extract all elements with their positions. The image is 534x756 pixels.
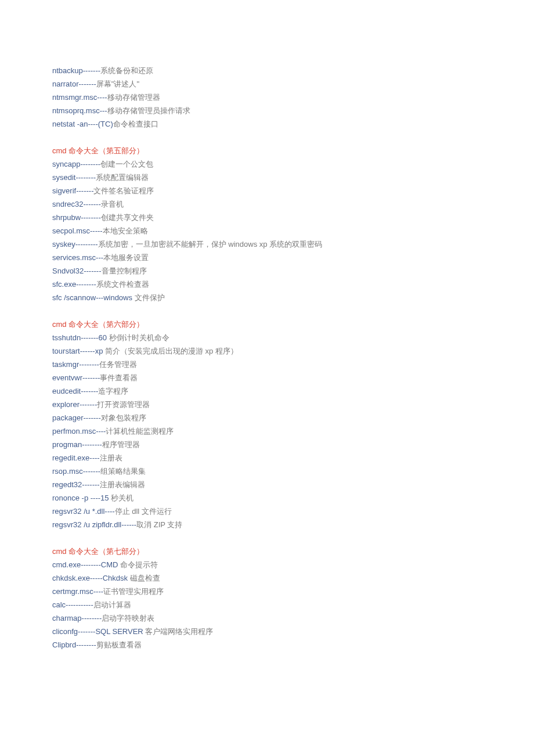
command-description: 简介（安装完成后出现的漫游 xp 程序） xyxy=(105,347,238,355)
command-text: shrpubw-------- xyxy=(52,213,101,222)
section-6: tsshutdn-------60 秒倒计时关机命令tourstart-----… xyxy=(52,331,482,531)
command-text: secpol.msc----- xyxy=(52,226,103,235)
command-text: regsvr32 /u zipfldr.dll------ xyxy=(52,520,136,529)
command-text: eventvwr------- xyxy=(52,373,100,382)
command-text: sfc /scannow---windows xyxy=(52,293,135,302)
command-text: ntbackup------- xyxy=(52,66,100,75)
command-line: certmgr.msc----证书管理实用程序 xyxy=(52,585,482,598)
command-line: services.msc---本地服务设置 xyxy=(52,251,482,264)
command-description: 程序管理器 xyxy=(102,440,140,449)
command-description: 系统文件检查器 xyxy=(96,280,149,289)
command-text: sigverif------- xyxy=(52,186,93,195)
command-description: 系统备份和还原 xyxy=(100,66,153,75)
command-text: ntmsmgr.msc---- xyxy=(52,93,107,102)
command-line: regedit.exe----注册表 xyxy=(52,451,482,465)
command-description: 本地安全策略 xyxy=(103,226,148,235)
command-text: tsshutdn-------60 xyxy=(52,333,109,342)
command-line: Clipbrd--------剪贴板查看器 xyxy=(52,638,482,651)
section-4-tail: ntbackup-------系统备份和还原narrator-------屏幕"… xyxy=(52,64,482,131)
command-text: charmap-------- xyxy=(52,614,102,622)
command-description: 任务管理器 xyxy=(99,360,137,369)
command-text: services.msc--- xyxy=(52,253,103,262)
command-description: 命令检查接口 xyxy=(113,120,158,128)
command-description: 组策略结果集 xyxy=(100,467,146,476)
command-line: cmd.exe--------CMD 命令提示符 xyxy=(52,558,482,571)
command-line: sysedit--------系统配置编辑器 xyxy=(52,171,482,184)
command-description: 打开资源管理器 xyxy=(97,400,150,409)
command-description: 剪贴板查看器 xyxy=(96,640,142,649)
command-line: regedt32-------注册表编辑器 xyxy=(52,478,482,491)
command-line: explorer-------打开资源管理器 xyxy=(52,398,482,411)
command-description: 命令提示符 xyxy=(120,560,158,569)
command-description: 系统配置编辑器 xyxy=(96,173,149,182)
heading-part7: cmd 命令大全（第七部分） xyxy=(52,545,482,558)
command-description: 文件保护 xyxy=(135,293,165,302)
command-line: eudcedit-------造字程序 xyxy=(52,384,482,398)
command-description: 取消 ZIP 支持 xyxy=(136,520,182,529)
command-line: syncapp--------创建一个公文包 xyxy=(52,157,482,171)
command-description: 屏幕"讲述人" xyxy=(96,80,139,88)
command-description: 秒倒计时关机命令 xyxy=(109,333,169,342)
command-line: secpol.msc-----本地安全策略 xyxy=(52,224,482,237)
command-description: 事件查看器 xyxy=(100,373,138,382)
command-line: shrpubw--------创建共享文件夹 xyxy=(52,211,482,224)
document-page: ntbackup-------系统备份和还原narrator-------屏幕"… xyxy=(0,0,534,686)
command-text: sysedit-------- xyxy=(52,173,96,182)
command-line: sfc /scannow---windows 文件保护 xyxy=(52,291,482,304)
command-text: rsop.msc------- xyxy=(52,467,100,476)
command-text: tourstart------xp xyxy=(52,347,105,355)
command-text: syncapp-------- xyxy=(52,160,100,168)
command-description: 音量控制程序 xyxy=(102,267,147,275)
command-description: 造字程序 xyxy=(98,387,128,395)
command-text: cmd.exe--------CMD xyxy=(52,560,120,569)
command-line: perfmon.msc----计算机性能监测程序 xyxy=(52,424,482,438)
command-text: chkdsk.exe-----Chkdsk xyxy=(52,574,130,582)
command-line: charmap--------启动字符映射表 xyxy=(52,611,482,625)
command-description: 系统加密，一旦加密就不能解开，保护 windows xp 系统的双重密码 xyxy=(98,240,322,249)
command-text: sndrec32------- xyxy=(52,200,101,208)
section-5: syncapp--------创建一个公文包sysedit--------系统配… xyxy=(52,157,482,304)
command-description: 创建一个公文包 xyxy=(100,160,153,168)
command-description: 客户端网络实用程序 xyxy=(145,627,213,636)
command-description: 本地服务设置 xyxy=(103,253,149,262)
command-line: rononce -p ----15 秒关机 xyxy=(52,491,482,505)
command-text: packager------- xyxy=(52,413,101,422)
command-line: packager-------对象包装程序 xyxy=(52,411,482,424)
command-text: explorer------- xyxy=(52,400,97,409)
command-line: calc-----------启动计算器 xyxy=(52,598,482,611)
command-description: 计算机性能监测程序 xyxy=(106,427,174,435)
command-line: syskey---------系统加密，一旦加密就不能解开，保护 windows… xyxy=(52,237,482,251)
command-line: sigverif-------文件签名验证程序 xyxy=(52,184,482,197)
command-line: tourstart------xp 简介（安装完成后出现的漫游 xp 程序） xyxy=(52,344,482,358)
command-text: netstat -an----(TC) xyxy=(52,120,113,128)
command-line: Sndvol32-------音量控制程序 xyxy=(52,264,482,278)
command-line: netstat -an----(TC)命令检查接口 xyxy=(52,117,482,131)
command-text: progman-------- xyxy=(52,440,102,449)
command-text: eudcedit------- xyxy=(52,387,98,395)
command-text: perfmon.msc---- xyxy=(52,427,106,435)
command-description: 移动存储管理器 xyxy=(107,93,160,102)
heading-part6: cmd 命令大全（第六部分） xyxy=(52,318,482,331)
command-text: sfc.exe-------- xyxy=(52,280,96,289)
command-text: Sndvol32------- xyxy=(52,267,102,275)
command-text: rononce -p ----15 xyxy=(52,494,111,502)
command-description: 启动计算器 xyxy=(93,600,131,609)
command-line: tsshutdn-------60 秒倒计时关机命令 xyxy=(52,331,482,344)
command-line: progman--------程序管理器 xyxy=(52,438,482,451)
command-description: 文件签名验证程序 xyxy=(93,186,154,195)
command-description: 秒关机 xyxy=(111,494,134,502)
command-line: ntbackup-------系统备份和还原 xyxy=(52,64,482,77)
command-description: 创建共享文件夹 xyxy=(101,213,154,222)
command-description: 停止 dll 文件运行 xyxy=(115,507,172,516)
command-text: regedt32------- xyxy=(52,480,100,489)
command-line: ntmsoprq.msc---移动存储管理员操作请求 xyxy=(52,104,482,117)
command-text: taskmgr-------- xyxy=(52,360,99,369)
command-text: cliconfg-------SQL SERVER xyxy=(52,627,145,636)
command-text: ntmsoprq.msc--- xyxy=(52,106,107,115)
command-text: narrator------- xyxy=(52,80,96,88)
command-line: chkdsk.exe-----Chkdsk 磁盘检查 xyxy=(52,571,482,585)
command-text: calc----------- xyxy=(52,600,93,609)
command-description: 注册表 xyxy=(100,453,122,462)
command-line: eventvwr-------事件查看器 xyxy=(52,371,482,384)
command-text: Clipbrd-------- xyxy=(52,640,96,649)
